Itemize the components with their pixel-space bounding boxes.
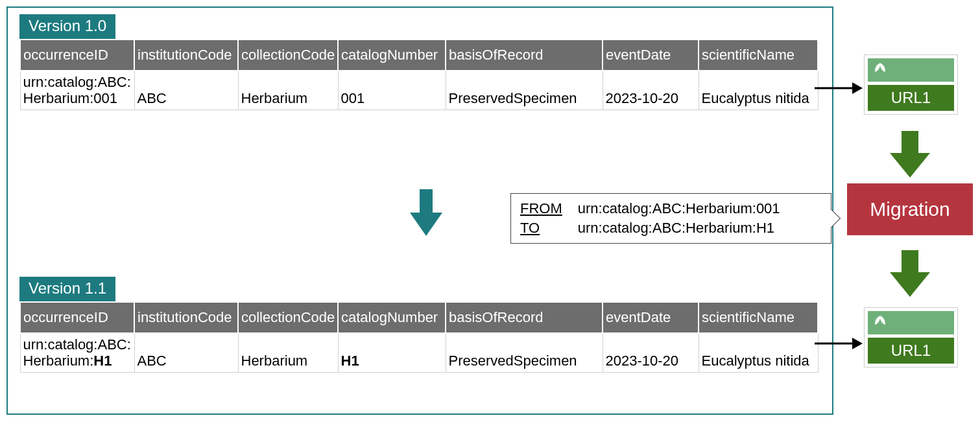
svg-marker-1 bbox=[852, 82, 863, 94]
cell-eventDate: 2023-10-20 bbox=[603, 71, 699, 110]
cell-basisOfRecord: PreservedSpecimen bbox=[446, 71, 603, 110]
col-occurrenceID: occurrenceID bbox=[20, 302, 134, 333]
cell-institutionCode: ABC bbox=[134, 333, 238, 372]
col-scientificName: scientificName bbox=[699, 302, 818, 333]
cell-collectionCode: Herbarium bbox=[238, 71, 338, 110]
from-label: FROM bbox=[520, 200, 562, 217]
cell-scientificName: Eucalyptus nitida bbox=[699, 333, 818, 372]
table-v10: occurrenceID institutionCode collectionC… bbox=[19, 39, 819, 110]
cell-occurrenceID: urn:catalog:ABC: Herbarium:001 bbox=[20, 71, 134, 110]
col-collectionCode: collectionCode bbox=[238, 40, 338, 71]
col-scientificName: scientificName bbox=[699, 40, 818, 71]
col-catalogNumber: catalogNumber bbox=[338, 40, 446, 71]
to-label: TO bbox=[520, 220, 562, 237]
from-value: urn:catalog:ABC:Herbarium:001 bbox=[578, 200, 780, 217]
table-row: urn:catalog:ABC: Herbarium:H1 ABC Herbar… bbox=[20, 333, 818, 372]
down-arrow-icon bbox=[410, 189, 442, 238]
cell-occurrenceID: urn:catalog:ABC: Herbarium:H1 bbox=[20, 333, 134, 372]
down-arrow-icon bbox=[890, 250, 930, 299]
table-header-row: occurrenceID institutionCode collectionC… bbox=[20, 40, 818, 71]
from-to-box: FROM TO urn:catalog:ABC:Herbarium:001 ur… bbox=[510, 193, 831, 244]
cell-collectionCode: Herbarium bbox=[238, 333, 338, 372]
migration-box: Migration bbox=[847, 183, 973, 235]
cell-basisOfRecord: PreservedSpecimen bbox=[446, 333, 603, 372]
cell-scientificName: Eucalyptus nitida bbox=[699, 71, 818, 110]
arrow-right-icon bbox=[815, 80, 863, 96]
down-arrow-icon bbox=[890, 131, 930, 180]
col-basisOfRecord: basisOfRecord bbox=[446, 40, 603, 71]
cell-catalogNumber: 001 bbox=[338, 71, 446, 110]
diagram-frame: Version 1.0 occurrenceID institutionCode… bbox=[6, 6, 833, 415]
callout-notch bbox=[822, 209, 841, 227]
leaf-icon bbox=[868, 311, 954, 334]
table-header-row: occurrenceID institutionCode collectionC… bbox=[20, 302, 818, 333]
version-1-0-tag: Version 1.0 bbox=[19, 14, 115, 39]
cell-eventDate: 2023-10-20 bbox=[603, 333, 699, 372]
arrow-right-icon bbox=[815, 336, 863, 351]
col-eventDate: eventDate bbox=[603, 40, 699, 71]
table-row: urn:catalog:ABC: Herbarium:001 ABC Herba… bbox=[20, 71, 818, 110]
leaf-icon bbox=[868, 58, 954, 82]
cell-catalogNumber: H1 bbox=[338, 333, 446, 372]
version-1-1-tag: Version 1.1 bbox=[19, 277, 115, 301]
to-value: urn:catalog:ABC:Herbarium:H1 bbox=[578, 220, 780, 237]
url-label: URL1 bbox=[868, 85, 954, 111]
col-basisOfRecord: basisOfRecord bbox=[446, 302, 603, 333]
col-institutionCode: institutionCode bbox=[134, 302, 238, 333]
col-institutionCode: institutionCode bbox=[134, 40, 238, 71]
table-v11: occurrenceID institutionCode collectionC… bbox=[19, 301, 819, 373]
cell-institutionCode: ABC bbox=[134, 71, 238, 110]
col-catalogNumber: catalogNumber bbox=[338, 302, 446, 333]
col-collectionCode: collectionCode bbox=[238, 302, 338, 333]
url-card-top: URL1 bbox=[864, 54, 958, 115]
col-eventDate: eventDate bbox=[603, 302, 699, 333]
col-occurrenceID: occurrenceID bbox=[20, 40, 134, 71]
svg-marker-3 bbox=[852, 338, 863, 349]
url-label: URL1 bbox=[868, 338, 954, 364]
url-card-bottom: URL1 bbox=[864, 307, 958, 367]
